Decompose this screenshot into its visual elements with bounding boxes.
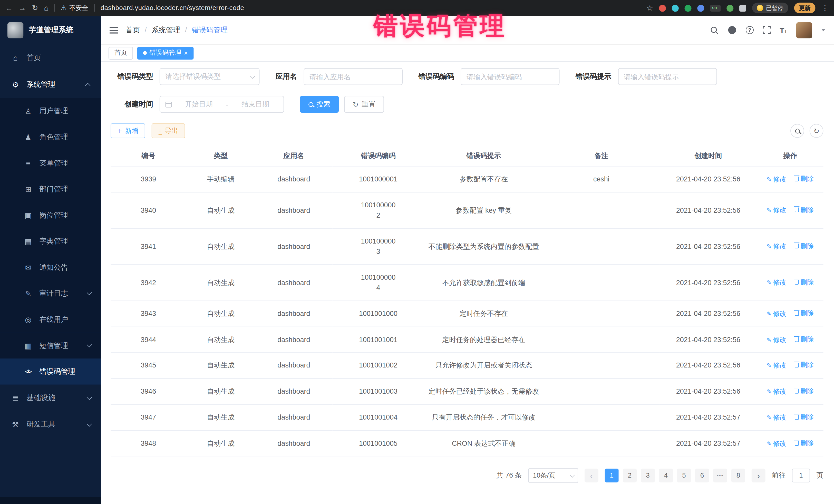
help-icon[interactable]	[746, 26, 754, 34]
edit-link[interactable]: 修改	[767, 387, 786, 397]
edit-link[interactable]: 修改	[767, 413, 786, 423]
sidebar-item[interactable]: 部门管理	[0, 176, 101, 202]
add-button[interactable]: 新增	[111, 124, 145, 138]
sidebar-item[interactable]: 首页	[0, 45, 101, 71]
sidebar-item[interactable]: 审计日志	[0, 280, 101, 306]
tab-close-icon[interactable]	[184, 49, 188, 57]
edit-icon	[767, 278, 771, 288]
edit-link[interactable]: 修改	[767, 361, 786, 371]
page-number-button[interactable]: 4	[659, 469, 673, 483]
cell-id: 3943	[111, 301, 186, 327]
sidebar-item[interactable]: 岗位管理	[0, 202, 101, 228]
forward-icon[interactable]	[19, 4, 26, 12]
sidebar-item[interactable]: 研发工具	[0, 411, 101, 438]
sidebar-item[interactable]: 菜单管理	[0, 150, 101, 176]
app-name-input[interactable]	[303, 68, 402, 85]
goto-page-input[interactable]	[792, 469, 810, 483]
refresh-icon[interactable]	[32, 4, 38, 12]
delete-link[interactable]: 删除	[795, 386, 814, 396]
github-icon[interactable]	[727, 25, 737, 35]
error-type-select[interactable]: 请选择错误码类型	[160, 68, 260, 85]
page-number-button[interactable]: 1	[605, 469, 619, 483]
puzzle-icon[interactable]	[739, 5, 746, 12]
tab[interactable]: 错误码管理	[137, 46, 194, 59]
extension-green-icon[interactable]	[685, 5, 692, 12]
security-indicator[interactable]: 不安全	[61, 3, 88, 12]
sidebar-item[interactable]: 字典管理	[0, 228, 101, 254]
sidebar-item[interactable]: 通知公告	[0, 254, 101, 281]
extension-badge-icon[interactable]	[710, 5, 721, 12]
delete-link[interactable]: 删除	[795, 308, 814, 319]
chevron-down-icon[interactable]	[821, 29, 826, 31]
chevron-icon	[85, 83, 91, 88]
app-title: 芋道管理系统	[29, 25, 73, 35]
error-msg-input[interactable]	[618, 68, 717, 85]
extension-leaf-icon[interactable]	[726, 5, 733, 12]
show-search-button[interactable]	[790, 124, 804, 138]
edit-link[interactable]: 修改	[767, 335, 786, 345]
browser-menu-icon[interactable]	[821, 4, 829, 12]
delete-link[interactable]: 删除	[795, 278, 814, 287]
extension-teal-icon[interactable]	[672, 5, 679, 12]
delete-icon	[795, 177, 799, 181]
search-icon[interactable]	[710, 26, 719, 35]
edit-link[interactable]: 修改	[767, 439, 786, 448]
page-number-button[interactable]: •••	[713, 469, 727, 483]
edit-link[interactable]: 修改	[767, 278, 786, 288]
page-size-select[interactable]: 10条/页	[528, 468, 578, 483]
sidebar-item[interactable]: 用户管理	[0, 98, 101, 124]
breadcrumb-item[interactable]: 错误码管理	[180, 25, 227, 35]
app-logo[interactable]: 芋道管理系统	[0, 16, 101, 45]
bookmark-star-icon[interactable]	[646, 4, 653, 12]
delete-link[interactable]: 删除	[795, 241, 814, 251]
page-number-button[interactable]: 3	[641, 469, 655, 483]
page-number-button[interactable]: 8	[731, 469, 745, 483]
font-size-icon[interactable]	[780, 26, 787, 34]
sidebar-item[interactable]: 短信管理	[0, 332, 101, 358]
pagination-total: 共 76 条	[496, 471, 522, 480]
search-icon	[795, 129, 800, 133]
sidebar-item[interactable]: 错误码管理	[0, 358, 101, 385]
cell-type: 自动生成	[186, 404, 255, 430]
fullscreen-icon[interactable]	[763, 26, 771, 34]
breadcrumb-item[interactable]: 首页	[126, 25, 140, 35]
delete-link[interactable]: 删除	[795, 438, 814, 448]
tab[interactable]: 首页	[109, 46, 133, 59]
address-bar[interactable]: dashboard.yudao.iocoder.cn/system/error-…	[101, 4, 244, 12]
page-number-button[interactable]: 6	[695, 469, 709, 483]
home-icon[interactable]	[44, 4, 48, 12]
profile-paused-badge[interactable]: 已暂停	[752, 3, 788, 13]
extension-red-icon[interactable]	[659, 5, 666, 12]
sidebar-item[interactable]: 在线用户	[0, 306, 101, 333]
back-icon[interactable]	[5, 4, 13, 12]
edit-link[interactable]: 修改	[767, 175, 786, 184]
delete-link[interactable]: 删除	[795, 412, 814, 422]
breadcrumb-item[interactable]: 系统管理	[140, 25, 180, 35]
app-name-label: 应用名	[276, 72, 297, 81]
sidebar-item[interactable]: 角色管理	[0, 124, 101, 150]
prev-page-button[interactable]	[585, 469, 598, 483]
user-avatar[interactable]	[796, 22, 812, 38]
error-code-input[interactable]	[461, 68, 560, 85]
hamburger-icon[interactable]	[110, 29, 118, 30]
sidebar-item[interactable]: 系统管理	[0, 71, 101, 98]
delete-link[interactable]: 删除	[795, 205, 814, 215]
reset-button[interactable]: 重置	[344, 96, 384, 113]
delete-link[interactable]: 删除	[795, 360, 814, 370]
edit-link[interactable]: 修改	[767, 309, 786, 319]
sidebar-item[interactable]: 基础设施	[0, 385, 101, 411]
sidebar-collapse-bar[interactable]	[0, 497, 101, 504]
edit-link[interactable]: 修改	[767, 205, 786, 216]
edit-link[interactable]: 修改	[767, 242, 786, 252]
page-number-button[interactable]: 2	[623, 469, 637, 483]
export-button[interactable]: 导出	[152, 124, 185, 138]
update-button[interactable]: 更新	[794, 3, 815, 13]
extension-blue-icon[interactable]	[697, 5, 704, 12]
delete-link[interactable]: 删除	[795, 174, 814, 184]
next-page-button[interactable]	[752, 469, 766, 483]
delete-link[interactable]: 删除	[795, 334, 814, 344]
date-range-input[interactable]: 开始日期 - 结束日期	[160, 96, 284, 113]
refresh-table-button[interactable]	[810, 124, 824, 138]
page-number-button[interactable]: 5	[677, 469, 691, 483]
search-button[interactable]: 搜索	[300, 96, 339, 113]
